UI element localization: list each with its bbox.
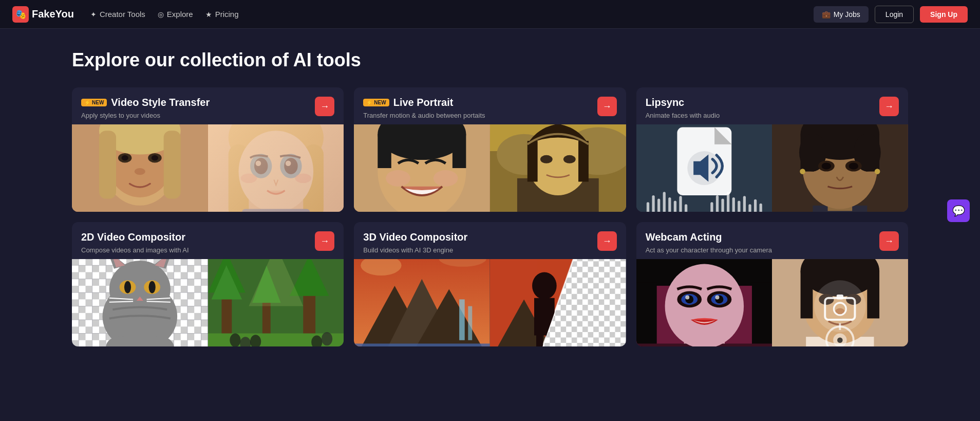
card-image (636, 259, 908, 346)
tool-card-2d-compositor[interactable]: 2D Video Compositor Compose videos and i… (72, 222, 344, 346)
image-right (208, 124, 344, 212)
card-header: Lipsync Animate faces with audio → (636, 87, 908, 124)
svg-point-44 (540, 155, 553, 163)
my-jobs-button[interactable]: 💼 My Jobs (814, 6, 869, 23)
image-left (72, 124, 208, 212)
card-image (72, 259, 344, 346)
svg-rect-61 (727, 192, 729, 212)
svg-rect-43 (578, 141, 589, 181)
new-badge: ⚡ NEW (81, 99, 107, 106)
card-header: ⚡ NEW Video Style Transfer Apply styles … (72, 87, 344, 124)
tool-card-live-portrait[interactable]: ⚡ NEW Live Portrait Transfer motion & au… (354, 87, 626, 212)
svg-point-81 (822, 162, 832, 169)
svg-point-45 (563, 155, 576, 163)
briefcase-icon: 💼 (822, 10, 831, 19)
card-image (72, 124, 344, 212)
badge-icon: ⚡ (84, 100, 90, 105)
svg-rect-16 (303, 144, 324, 212)
arrow-button[interactable]: → (315, 97, 334, 116)
login-button[interactable]: Login (875, 6, 914, 23)
image-left (354, 124, 490, 212)
card-title-area: ⚡ NEW Live Portrait Transfer motion & au… (363, 97, 485, 119)
svg-point-148 (665, 264, 744, 346)
svg-rect-51 (652, 195, 654, 212)
svg-point-96 (124, 281, 131, 294)
svg-point-33 (386, 170, 411, 187)
svg-rect-31 (378, 134, 391, 168)
tool-card-3d-compositor[interactable]: 3D Video Compositor Build videos with AI… (354, 222, 626, 346)
nav-links: ✦ Creator Tools ◎ Explore ★ Pricing (90, 10, 814, 19)
svg-rect-57 (685, 204, 687, 212)
svg-point-34 (434, 170, 458, 187)
nav-pricing[interactable]: ★ Pricing (205, 10, 239, 19)
image-right (208, 259, 344, 346)
card-title-area: Lipsync Animate faces with audio (646, 97, 720, 119)
svg-point-78 (875, 169, 880, 174)
svg-point-17 (238, 131, 313, 212)
svg-point-155 (685, 295, 689, 299)
svg-point-18 (250, 154, 272, 178)
nav-creator-tools[interactable]: ✦ Creator Tools (90, 10, 145, 19)
card-subtitle: Transfer motion & audio between portaits (363, 112, 485, 119)
card-title-area: Webcam Acting Act as your character thro… (646, 231, 772, 254)
svg-rect-65 (748, 204, 751, 212)
svg-point-156 (715, 295, 719, 299)
arrow-button[interactable]: → (597, 231, 617, 251)
navbar: 🎭 FakeYou ✦ Creator Tools ◎ Explore ★ Pr… (0, 0, 980, 29)
card-subtitle: Animate faces with audio (646, 112, 720, 119)
new-badge: ⚡ NEW (363, 99, 389, 106)
svg-rect-15 (228, 144, 249, 212)
arrow-button[interactable]: → (597, 97, 617, 116)
svg-rect-64 (743, 196, 745, 212)
svg-rect-59 (715, 195, 718, 212)
card-title: Lipsync (646, 97, 685, 108)
card-image (636, 124, 908, 212)
svg-rect-55 (673, 201, 676, 212)
page-title: Explore our collection of AI tools (72, 49, 908, 71)
svg-rect-63 (738, 201, 740, 212)
card-title-row: 3D Video Compositor (363, 231, 467, 243)
card-subtitle: Act as your character through your camer… (646, 246, 772, 254)
svg-rect-6 (99, 131, 116, 198)
card-title-area: ⚡ NEW Video Style Transfer Apply styles … (81, 97, 210, 119)
card-image (354, 259, 626, 346)
card-image (354, 124, 626, 212)
card-title-row: Webcam Acting (646, 231, 772, 243)
tools-grid: ⚡ NEW Video Style Transfer Apply styles … (72, 87, 908, 346)
arrow-button[interactable]: → (315, 231, 334, 251)
svg-rect-32 (453, 134, 466, 168)
signup-button[interactable]: Sign Up (920, 6, 968, 23)
image-right (772, 259, 908, 346)
tool-card-video-style-transfer[interactable]: ⚡ NEW Video Style Transfer Apply styles … (72, 87, 344, 212)
card-title: Live Portrait (393, 97, 454, 108)
svg-point-14 (228, 124, 323, 172)
logo[interactable]: 🎭 FakeYou (12, 6, 74, 23)
tool-card-lipsync[interactable]: Lipsync Animate faces with audio → (636, 87, 908, 212)
svg-rect-58 (710, 202, 713, 212)
svg-point-10 (122, 155, 128, 161)
svg-rect-169 (837, 295, 843, 299)
svg-rect-26 (242, 209, 310, 212)
logo-icon: 🎭 (12, 6, 29, 23)
svg-point-21 (284, 158, 297, 174)
svg-point-11 (152, 155, 158, 161)
card-title-row: Lipsync (646, 97, 720, 108)
svg-point-82 (849, 162, 859, 169)
svg-rect-42 (527, 141, 538, 181)
svg-point-25 (295, 174, 311, 184)
arrow-button[interactable]: → (879, 231, 899, 251)
card-header: Webcam Acting Act as your character thro… (636, 222, 908, 259)
arrow-button[interactable]: → (879, 97, 899, 116)
chat-fab[interactable]: 💬 (947, 199, 970, 222)
svg-rect-13 (208, 124, 344, 212)
svg-point-12 (135, 168, 145, 175)
card-title-area: 3D Video Compositor Build videos with AI… (363, 231, 467, 254)
card-subtitle: Compose videos and images with AI (81, 246, 189, 254)
svg-rect-126 (354, 343, 490, 346)
svg-point-114 (230, 334, 240, 346)
card-header: 2D Video Compositor Compose videos and i… (72, 222, 344, 259)
svg-line-100 (109, 301, 133, 302)
svg-rect-62 (732, 197, 734, 212)
tool-card-webcam-acting[interactable]: Webcam Acting Act as your character thro… (636, 222, 908, 346)
nav-explore[interactable]: ◎ Explore (158, 10, 193, 19)
